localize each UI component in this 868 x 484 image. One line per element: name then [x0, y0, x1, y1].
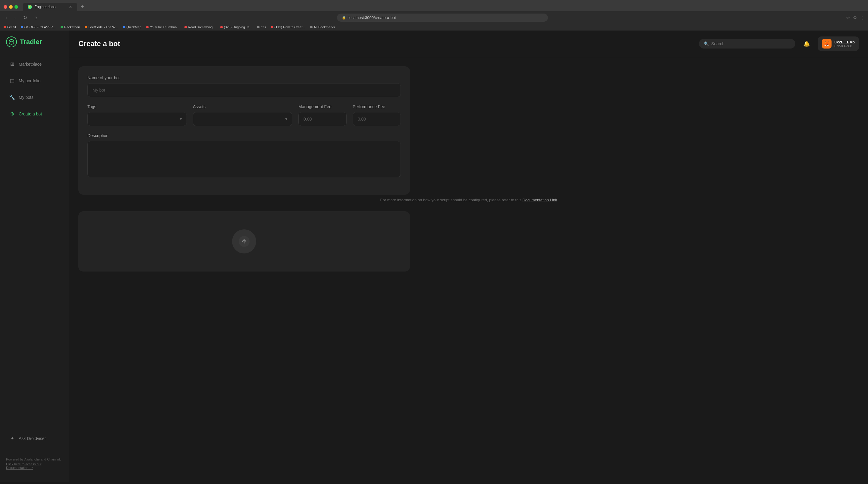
active-tab[interactable]: ⚡ Engineerians ✕ — [23, 3, 77, 11]
sidebar-item-ask-droidviser[interactable]: ✦ Ask Droidviser — [3, 431, 66, 446]
info-text-content: For more information on how your script … — [380, 198, 521, 202]
bookmark-ongoing[interactable]: (326) Ongoing Ja... — [220, 25, 252, 29]
assets-group: Assets ▼ — [193, 104, 292, 126]
notification-bell[interactable]: 🔔 — [801, 40, 812, 47]
bookmark-quickmap[interactable]: QuickMap — [123, 25, 142, 29]
bot-name-group: Name of your bot — [87, 75, 401, 97]
user-address: 0x2E...EAb — [835, 40, 855, 44]
tags-group: Tags ▼ — [87, 104, 187, 126]
management-fee-group: Management Fee % — [299, 104, 347, 126]
sidebar-item-my-bots[interactable]: 🔧 My bots — [3, 90, 66, 104]
tab-title: Engineerians — [34, 5, 56, 9]
description-label: Description — [87, 133, 401, 138]
management-fee-wrapper: % — [299, 112, 347, 126]
tab-favicon: ⚡ — [28, 5, 32, 9]
new-tab-button[interactable]: + — [80, 2, 85, 11]
browser-nav-icons: ☆ ⚙ ⋮ — [846, 15, 864, 21]
search-bar[interactable]: 🔍 — [699, 39, 795, 49]
portfolio-icon: ◫ — [9, 78, 15, 84]
app-container: Tradier ⊞ Marketplace ◫ My portfolio 🔧 M… — [0, 30, 868, 482]
tab-close-button[interactable]: ✕ — [69, 4, 72, 9]
tags-select[interactable] — [87, 112, 187, 126]
upload-area[interactable] — [79, 211, 410, 272]
tags-assets-row: Tags ▼ Assets ▼ Manage — [87, 104, 401, 126]
info-text: For more information on how your script … — [79, 195, 859, 205]
extensions-button[interactable]: ⚙ — [853, 15, 857, 21]
sidebar-item-create-bot[interactable]: ⊕ Create a bot — [3, 107, 66, 121]
user-badge[interactable]: 🦊 0x2E...EAb 0.958 AVAX — [818, 36, 859, 51]
create-bot-icon: ⊕ — [9, 111, 15, 117]
logo[interactable]: Tradier — [0, 36, 69, 56]
search-input[interactable] — [711, 41, 790, 46]
management-fee-input[interactable] — [299, 113, 347, 126]
forward-button[interactable]: › — [12, 14, 18, 21]
droidviser-icon: ✦ — [9, 435, 15, 441]
bookmark-read-something[interactable]: Read Something... — [184, 25, 216, 29]
footer-link[interactable]: Click here to access our Documentation. … — [6, 462, 63, 470]
back-button[interactable]: ‹ — [4, 14, 9, 21]
bookmark-how-to-create[interactable]: (111) How to Creat... — [271, 25, 305, 29]
bookmark-nfts[interactable]: nfts — [257, 25, 266, 29]
tags-select-wrapper: ▼ — [87, 112, 187, 126]
bookmark-all-bookmarks[interactable]: All Bookmarks — [310, 25, 335, 29]
bookmark-gmail[interactable]: Gmail — [4, 25, 16, 29]
sidebar-item-my-portfolio[interactable]: ◫ My portfolio — [3, 73, 66, 88]
nav-bar: ‹ › ↻ ⌂ 🔒 localhost:3000/create-a-bot ☆ … — [0, 11, 868, 24]
bookmark-google-classroom[interactable]: GOOGLE CLASSR... — [21, 25, 56, 29]
performance-fee-group: Performance Fee % — [352, 104, 401, 126]
refresh-button[interactable]: ↻ — [22, 14, 29, 21]
bookmarks-bar: Gmail GOOGLE CLASSR... Hackathon LeetCod… — [0, 24, 868, 30]
page-title: Create a bot — [79, 39, 693, 48]
svg-point-0 — [9, 39, 14, 44]
lock-icon: 🔒 — [342, 16, 346, 20]
logo-text: Tradier — [20, 38, 42, 46]
browser-chrome: ⚡ Engineerians ✕ + ‹ › ↻ ⌂ 🔒 localhost:3… — [0, 0, 868, 30]
sidebar-item-label-bots: My bots — [19, 95, 33, 100]
sidebar-item-marketplace[interactable]: ⊞ Marketplace — [3, 57, 66, 71]
minimize-window-button[interactable] — [9, 5, 13, 9]
user-balance: 0.958 AVAX — [835, 44, 855, 48]
form-card: Name of your bot Tags ▼ Assets — [79, 66, 410, 195]
performance-fee-wrapper: % — [352, 112, 401, 126]
bot-name-label: Name of your bot — [87, 75, 401, 80]
marketplace-icon: ⊞ — [9, 61, 15, 67]
tags-label: Tags — [87, 104, 187, 109]
header: Create a bot 🔍 🔔 🦊 0x2E...EAb 0.958 AVAX — [69, 30, 868, 57]
description-group: Description — [87, 133, 401, 178]
upload-icon — [232, 229, 256, 253]
bell-icon: 🔔 — [801, 39, 812, 49]
bookmark-leetcode[interactable]: LeetCode - The W... — [85, 25, 118, 29]
logo-icon — [6, 36, 17, 47]
assets-select[interactable] — [193, 112, 292, 126]
bookmark-button[interactable]: ☆ — [846, 15, 850, 21]
maximize-window-button[interactable] — [14, 5, 18, 9]
close-window-button[interactable] — [4, 5, 7, 9]
performance-fee-input[interactable] — [353, 113, 401, 126]
user-info: 0x2E...EAb 0.958 AVAX — [835, 40, 855, 48]
footer-text: Powered by Avalanche and Chainlink — [6, 457, 61, 461]
bookmark-youtube[interactable]: Youtube Thumbna... — [146, 25, 179, 29]
sidebar-item-label-droidviser: Ask Droidviser — [19, 436, 46, 441]
bookmark-hackathon[interactable]: Hackathon — [61, 25, 80, 29]
sidebar: Tradier ⊞ Marketplace ◫ My portfolio 🔧 M… — [0, 30, 69, 482]
performance-fee-label: Performance Fee — [352, 104, 401, 109]
assets-label: Assets — [193, 104, 292, 109]
bot-name-input[interactable] — [87, 83, 401, 97]
sidebar-nav: ⊞ Marketplace ◫ My portfolio 🔧 My bots ⊕… — [0, 56, 69, 428]
assets-select-wrapper: ▼ — [193, 112, 292, 126]
address-bar[interactable]: 🔒 localhost:3000/create-a-bot — [337, 13, 548, 22]
sidebar-item-label-portfolio: My portfolio — [19, 78, 40, 83]
documentation-link[interactable]: Documentation Link — [522, 198, 557, 202]
form-area: Name of your bot Tags ▼ Assets — [69, 57, 868, 482]
home-button[interactable]: ⌂ — [33, 14, 39, 21]
sidebar-item-label-create-bot: Create a bot — [19, 112, 42, 116]
tab-bar: ⚡ Engineerians ✕ + — [0, 0, 868, 11]
sidebar-footer: Powered by Avalanche and Chainlink Click… — [0, 451, 69, 476]
search-icon: 🔍 — [704, 41, 709, 46]
menu-button[interactable]: ⋮ — [860, 15, 864, 21]
description-input[interactable] — [87, 141, 401, 177]
management-fee-label: Management Fee — [299, 104, 347, 109]
url-text: localhost:3000/create-a-bot — [348, 16, 396, 20]
traffic-lights — [4, 5, 18, 9]
sidebar-item-label-marketplace: Marketplace — [19, 62, 41, 67]
